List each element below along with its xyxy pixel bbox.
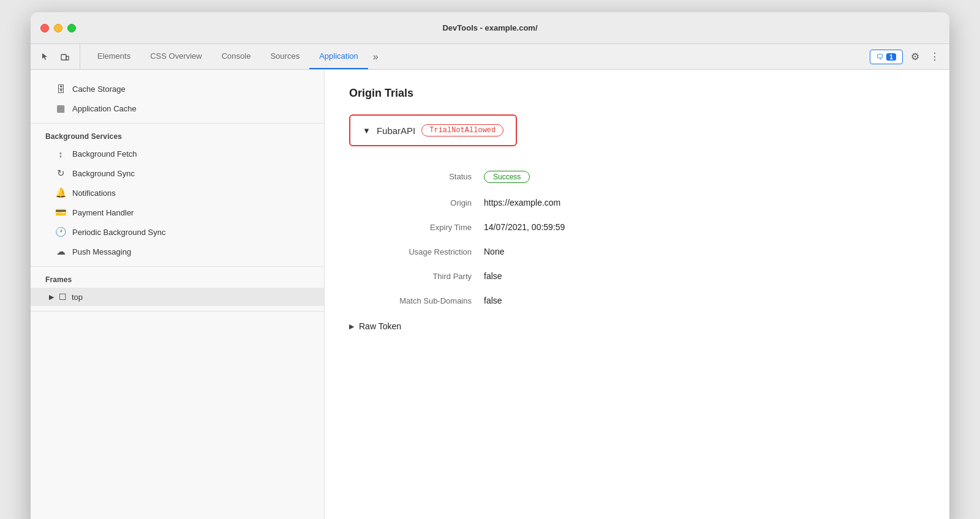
maximize-button[interactable] (67, 24, 76, 32)
detail-table: Status Success Origin https://example.co… (349, 163, 925, 340)
frames-title: Frames (31, 272, 324, 288)
tab-bar-right: 🗨 1 ⚙ ⋮ (870, 44, 942, 69)
tab-bar: Elements CSS Overview Console Sources Ap… (31, 44, 949, 70)
usage-restriction-label: Usage Restriction (349, 247, 484, 256)
sidebar-item-top[interactable]: ▶ ☐ top (31, 288, 324, 306)
settings-icon[interactable]: ⚙ (908, 50, 922, 64)
background-services-section: Background Services ↕ Background Fetch ↻… (31, 124, 324, 267)
svg-rect-0 (61, 54, 66, 60)
comments-badge-button[interactable]: 🗨 1 (870, 50, 903, 64)
device-toggle-icon[interactable] (58, 50, 72, 64)
title-bar: DevTools - example.com/ (31, 12, 949, 44)
sidebar-item-notifications[interactable]: 🔔 Notifications (31, 183, 324, 203)
sidebar-item-label: Cache Storage (72, 84, 126, 94)
tab-sources[interactable]: Sources (260, 44, 309, 69)
usage-restriction-row: Usage Restriction None (349, 239, 925, 264)
push-messaging-icon: ☁ (55, 246, 66, 257)
frame-icon: ☐ (59, 292, 67, 302)
usage-restriction-value: None (484, 247, 504, 256)
sidebar-item-periodic-background-sync[interactable]: 🕐 Periodic Background Sync (31, 222, 324, 242)
tab-console[interactable]: Console (212, 44, 261, 69)
traffic-lights (40, 24, 76, 32)
application-cache-icon: ▦ (55, 103, 66, 114)
toolbar-icons (38, 44, 80, 69)
background-sync-icon: ↻ (55, 168, 66, 179)
third-party-label: Third Party (349, 272, 484, 281)
sidebar-item-label: Periodic Background Sync (72, 228, 165, 237)
periodic-sync-icon: 🕐 (55, 226, 66, 237)
expiry-time-value: 14/07/2021, 00:59:59 (484, 222, 565, 232)
status-label: Status (349, 172, 484, 181)
comments-icon: 🗨 (876, 53, 884, 61)
page-title: Origin Trials (349, 87, 925, 100)
sidebar-item-push-messaging[interactable]: ☁ Push Messaging (31, 242, 324, 261)
expiry-time-label: Expiry Time (349, 223, 484, 232)
sidebar-item-cache-storage[interactable]: 🗄 Cache Storage (31, 80, 324, 99)
raw-token-row[interactable]: ▶ Raw Token (349, 313, 925, 340)
sidebar: 🗄 Cache Storage ▦ Application Cache Back… (31, 70, 325, 519)
frame-label: top (72, 293, 83, 302)
svg-rect-1 (66, 56, 69, 60)
payment-handler-icon: 💳 (55, 207, 66, 218)
origin-row: Origin https://example.com (349, 190, 925, 215)
background-fetch-icon: ↕ (55, 149, 66, 159)
sidebar-item-label: Application Cache (72, 104, 137, 113)
tab-application[interactable]: Application (309, 44, 368, 69)
sidebar-item-payment-handler[interactable]: 💳 Payment Handler (31, 203, 324, 222)
sidebar-item-background-sync[interactable]: ↻ Background Sync (31, 163, 324, 183)
cache-storage-icon: 🗄 (55, 84, 66, 94)
trial-not-allowed-badge: TrialNotAllowed (421, 124, 503, 136)
origin-label: Origin (349, 198, 484, 207)
badge-count: 1 (886, 53, 896, 61)
sidebar-item-label: Background Fetch (72, 149, 137, 159)
tab-elements[interactable]: Elements (88, 44, 140, 69)
window-title: DevTools - example.com/ (442, 23, 537, 32)
sidebar-item-label: Payment Handler (72, 208, 134, 217)
match-sub-domains-value: false (484, 296, 502, 305)
minimize-button[interactable] (54, 24, 62, 32)
raw-token-label: Raw Token (359, 321, 401, 331)
match-sub-domains-row: Match Sub-Domains false (349, 288, 925, 313)
cache-section: 🗄 Cache Storage ▦ Application Cache (31, 75, 324, 124)
sidebar-item-label: Background Sync (72, 169, 135, 178)
background-services-title: Background Services (31, 129, 324, 144)
main-area: 🗄 Cache Storage ▦ Application Cache Back… (31, 70, 949, 519)
third-party-row: Third Party false (349, 264, 925, 288)
status-row: Status Success (349, 163, 925, 190)
close-button[interactable] (40, 24, 49, 32)
api-expand-arrow: ▼ (363, 126, 371, 135)
content-area: Origin Trials ▼ FubarAPI TrialNotAllowed… (325, 70, 949, 519)
expand-icon: ▶ (49, 293, 54, 301)
notifications-icon: 🔔 (55, 187, 66, 198)
tab-css-overview[interactable]: CSS Overview (140, 44, 212, 69)
expiry-time-row: Expiry Time 14/07/2021, 00:59:59 (349, 215, 925, 239)
sidebar-item-label: Push Messaging (72, 247, 131, 256)
tabs: Elements CSS Overview Console Sources Ap… (88, 44, 870, 69)
sidebar-item-label: Notifications (72, 189, 116, 198)
status-value: Success (484, 171, 530, 183)
sidebar-item-application-cache[interactable]: ▦ Application Cache (31, 99, 324, 118)
raw-token-expand-icon: ▶ (349, 323, 354, 330)
more-tabs-button[interactable]: » (368, 44, 383, 69)
fubar-api-box[interactable]: ▼ FubarAPI TrialNotAllowed (349, 114, 517, 146)
more-options-icon[interactable]: ⋮ (927, 50, 942, 64)
frames-section: Frames ▶ ☐ top (31, 267, 324, 312)
origin-value: https://example.com (484, 198, 560, 207)
sidebar-item-background-fetch[interactable]: ↕ Background Fetch (31, 144, 324, 163)
api-name: FubarAPI (377, 125, 415, 136)
match-sub-domains-label: Match Sub-Domains (349, 296, 484, 305)
third-party-value: false (484, 271, 502, 281)
cursor-icon[interactable] (38, 50, 53, 64)
devtools-window: DevTools - example.com/ Elements CSS Ove… (31, 12, 949, 519)
